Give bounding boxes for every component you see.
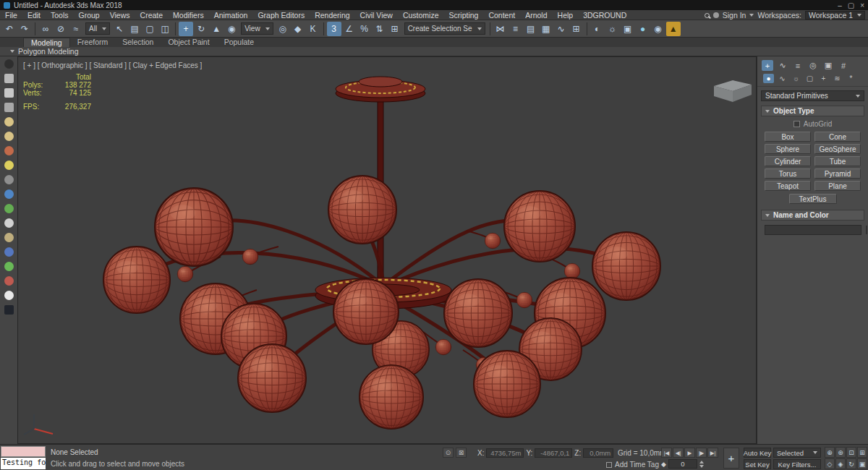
select-and-place-icon[interactable]: ◉ — [224, 22, 239, 36]
polygon-modeling-bar[interactable]: Polygon Modeling — [0, 47, 868, 56]
menu-arnold[interactable]: Arnold — [520, 11, 552, 20]
maximize-button[interactable]: ▢ — [848, 1, 854, 9]
render-setup-icon[interactable]: ☼ — [605, 22, 620, 36]
menu-views[interactable]: Views — [105, 11, 135, 20]
unlink-selection-icon[interactable]: ⊘ — [54, 22, 68, 36]
select-and-scale-icon[interactable]: ▲ — [209, 22, 224, 36]
close-button[interactable]: × — [860, 1, 864, 9]
viewport-canvas[interactable] — [18, 57, 756, 443]
play-button[interactable]: ▶ — [684, 448, 695, 458]
custom-tool-icon[interactable] — [4, 189, 14, 199]
orbit-icon[interactable]: ↻ — [846, 458, 856, 469]
object-type-button[interactable]: Cone — [814, 132, 861, 142]
menu-rendering[interactable]: Rendering — [310, 11, 354, 20]
custom-tool-icon[interactable] — [4, 262, 14, 271]
hierarchy-tab-icon[interactable]: ≡ — [792, 60, 804, 71]
object-type-button[interactable]: Box — [765, 132, 811, 142]
tab-object-paint[interactable]: Object Paint — [161, 38, 216, 47]
field-of-view-icon[interactable]: ◇ — [825, 458, 835, 469]
named-selection-set-select[interactable]: Create Selection Se — [404, 22, 485, 35]
custom-tool-icon[interactable] — [4, 175, 14, 184]
reference-coordinate-select[interactable]: View — [241, 22, 273, 35]
menu-help[interactable]: Help — [553, 11, 579, 20]
sign-in-button[interactable]: Sign In — [723, 11, 746, 20]
custom-tool-icon[interactable] — [4, 146, 14, 155]
zoom-extents-all-icon[interactable]: ⊞ — [857, 447, 867, 458]
custom-tool-icon[interactable] — [4, 204, 14, 213]
bind-to-space-warp-icon[interactable]: ≈ — [69, 22, 83, 36]
auto-key-button[interactable]: Auto Key — [744, 448, 771, 458]
lights-category-icon[interactable]: ☼ — [791, 74, 801, 83]
menu-animation[interactable]: Animation — [209, 11, 253, 20]
rendered-frame-window-icon[interactable]: ▣ — [621, 22, 635, 36]
select-object-icon[interactable]: ↖ — [112, 22, 127, 36]
custom-tool-icon[interactable] — [4, 103, 14, 112]
spinner-snap-icon[interactable]: ⇅ — [373, 22, 387, 36]
object-type-button[interactable]: Tube — [814, 156, 861, 166]
select-and-move-icon[interactable]: + — [179, 22, 193, 36]
percent-snap-icon[interactable]: % — [357, 22, 372, 36]
systems-category-icon[interactable]: * — [846, 74, 856, 83]
maxscript-mini-listener-macro[interactable] — [1, 446, 46, 457]
selection-filter-select[interactable]: All — [85, 22, 110, 35]
pan-icon[interactable]: ◈ — [835, 458, 846, 469]
view-cube[interactable] — [714, 80, 752, 102]
window-crossing-toggle-icon[interactable]: ◫ — [158, 22, 172, 36]
align-icon[interactable]: ≡ — [509, 22, 523, 36]
select-by-name-icon[interactable]: ▤ — [127, 22, 142, 36]
custom-tool-icon[interactable] — [4, 59, 14, 69]
custom-tool-icon[interactable] — [4, 161, 14, 170]
space-warps-category-icon[interactable]: ≋ — [832, 74, 843, 83]
snaps-toggle-3d-icon[interactable]: 3 — [327, 22, 341, 36]
angle-snap-icon[interactable]: ∠ — [342, 22, 357, 36]
zoom-extents-icon[interactable]: ⊡ — [846, 447, 856, 458]
zoom-icon[interactable]: ⊕ — [825, 447, 835, 458]
custom-tool-icon[interactable] — [4, 88, 14, 98]
rectangular-selection-region-icon[interactable]: ▢ — [142, 22, 157, 36]
menu-content[interactable]: Content — [483, 11, 520, 20]
render-iterative-icon[interactable]: ◉ — [651, 22, 665, 36]
go-to-start-button[interactable]: |◀ — [661, 448, 672, 458]
viewport[interactable]: [ + ] [ Orthographic ] [ Standard ] [ Cl… — [17, 56, 757, 444]
frame-spinner[interactable] — [699, 461, 704, 468]
geometry-category-icon[interactable]: ● — [763, 74, 774, 83]
spinner-down-icon[interactable] — [699, 465, 704, 468]
keyboard-shortcut-override-icon[interactable]: K — [306, 22, 320, 36]
selection-lock-toggle-icon[interactable]: ⊠ — [456, 448, 467, 458]
select-and-manipulate-icon[interactable]: ◆ — [291, 22, 305, 36]
primitives-category-select[interactable]: Standard Primitives — [761, 90, 864, 101]
render-production-icon[interactable]: ● — [636, 22, 650, 36]
spinner-up-icon[interactable] — [699, 461, 704, 463]
zoom-all-icon[interactable]: ⊛ — [835, 447, 846, 458]
search-icon[interactable] — [705, 13, 710, 18]
minimize-button[interactable]: – — [838, 1, 842, 9]
tab-freeform[interactable]: Freeform — [70, 38, 116, 47]
z-coordinate-field[interactable]: 0,0mm — [583, 448, 613, 458]
y-coordinate-field[interactable]: -4867,0,1 — [535, 448, 572, 458]
autogrid-checkbox[interactable] — [793, 121, 800, 127]
custom-tool-icon[interactable] — [4, 117, 14, 127]
ribbon-toggle-icon[interactable]: ▦ — [539, 22, 553, 36]
object-type-button[interactable]: Sphere — [765, 144, 811, 154]
object-name-input[interactable] — [765, 225, 861, 235]
key-set-select[interactable]: Selected — [773, 448, 821, 458]
menu-scripting[interactable]: Scripting — [444, 11, 484, 20]
custom-tool-icon[interactable] — [4, 276, 14, 286]
tab-modeling[interactable]: Modeling — [23, 38, 70, 47]
custom-tool-icon[interactable] — [4, 247, 14, 257]
set-key-button[interactable]: Set Key — [744, 459, 771, 469]
material-editor-icon[interactable]: ◐ — [590, 22, 605, 36]
edit-named-selection-sets-icon[interactable]: ⊞ — [388, 22, 402, 36]
object-type-button-textplus[interactable]: TextPlus — [789, 194, 837, 204]
key-filters-button[interactable]: Key Filters... — [773, 459, 821, 469]
utilities-tab-icon[interactable]: # — [838, 60, 849, 71]
workspace-select[interactable]: Workspace 1 — [805, 11, 865, 20]
maximize-viewport-toggle-icon[interactable]: ▣ — [857, 458, 867, 469]
viewport-label[interactable]: [ + ] [ Orthographic ] [ Standard ] [ Cl… — [23, 61, 202, 69]
custom-tool-icon[interactable] — [4, 132, 14, 141]
x-coordinate-field[interactable]: 4736,75m — [486, 448, 524, 458]
custom-tool-icon[interactable] — [4, 305, 14, 315]
object-color-swatch[interactable] — [866, 226, 867, 234]
maxscript-mini-listener[interactable]: Testing for i — [1, 458, 46, 469]
custom-tool-icon[interactable] — [4, 218, 14, 228]
